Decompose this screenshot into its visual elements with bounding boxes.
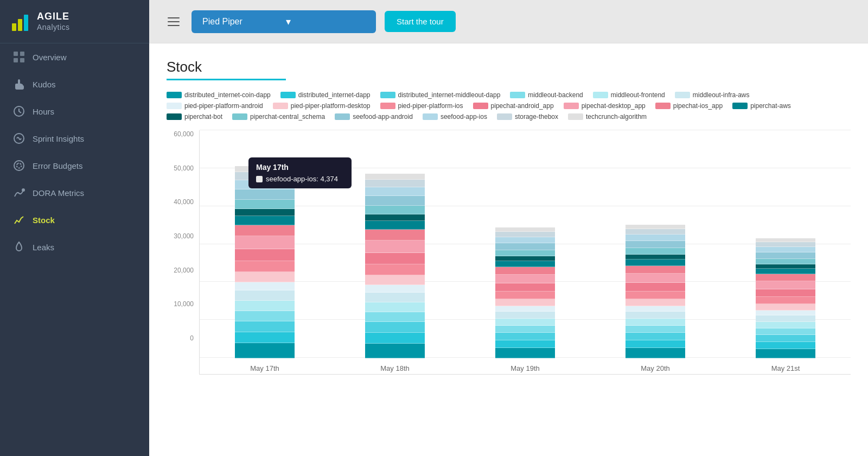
bar-segment [756, 247, 815, 252]
page-title: Stock [167, 59, 851, 75]
chevron-down-icon: ▾ [286, 16, 291, 28]
bar-segment [235, 225, 295, 236]
bar-stack[interactable] [626, 225, 685, 358]
bar-segment [626, 340, 685, 348]
sidebar-item-dora-metrics[interactable]: DORA Metrics [0, 179, 149, 206]
legend-item: pied-piper-platform-ios [380, 102, 463, 110]
legend-label: storage-thebox [515, 113, 558, 121]
bar-segment [495, 232, 555, 237]
legend-item: pipechat-ios_app [655, 102, 723, 110]
logo-icon [11, 11, 31, 32]
bar-group [200, 130, 330, 358]
bar-segment [756, 304, 815, 311]
bar-segment [756, 328, 815, 335]
x-axis-label: May 17th [200, 361, 330, 372]
bar-segment [495, 299, 555, 306]
bar-segment [495, 256, 555, 261]
bar-stack[interactable] [756, 238, 815, 358]
bar-segment [626, 248, 685, 255]
bar-segment [235, 172, 295, 180]
title-underline [167, 79, 286, 80]
y-axis: 010,00020,00030,00040,00050,00060,000 [167, 130, 199, 358]
legend-item: storage-thebox [497, 113, 558, 121]
legend-label: pied-piper-platform-desktop [291, 102, 371, 110]
legend-item: pied-piper-platform-android [167, 102, 263, 110]
dora-icon [13, 187, 25, 199]
legend-swatch [167, 92, 182, 98]
y-axis-label: 30,000 [167, 232, 199, 240]
leaks-icon [13, 241, 25, 253]
sidebar-item-overview[interactable]: Overview [0, 43, 149, 71]
bar-segment [365, 240, 425, 253]
legend-swatch [232, 113, 247, 120]
legend-label: middleout-backend [528, 91, 583, 99]
legend-item: seefood-app-android [335, 113, 413, 121]
legend-label: distributed_internet-coin-dapp [184, 91, 271, 99]
bar-segment [365, 312, 425, 322]
bar-segment [365, 333, 425, 344]
bar-segment [235, 189, 295, 200]
svg-rect-3 [14, 52, 18, 56]
bar-stack[interactable] [495, 227, 555, 358]
bar-segment [365, 293, 425, 302]
bar-segment [756, 238, 815, 242]
legend-label: distributed_internet-middleout-dapp [398, 91, 501, 99]
sidebar-item-stock[interactable]: Stock [0, 206, 149, 233]
bar-segment [756, 274, 815, 281]
legend-item: pied-piper-platform-desktop [273, 102, 371, 110]
project-dropdown[interactable]: Pied Piper ▾ [192, 10, 376, 33]
bar-segment [495, 306, 555, 312]
svg-rect-2 [24, 15, 28, 31]
bar-segment [756, 349, 815, 358]
bar-segment [495, 348, 555, 358]
bar-segment [495, 250, 555, 256]
legend-label: techcrunch-algorithm [586, 113, 647, 121]
bar-stack[interactable] [365, 174, 425, 358]
tour-button[interactable]: Start the tour [385, 11, 456, 32]
bar-segment [235, 249, 295, 261]
legend-item: techcrunch-algorithm [568, 113, 647, 121]
legend-label: piperchat-aws [750, 102, 791, 110]
bar-segment [365, 302, 425, 312]
chart-container: 010,00020,00030,00040,00050,00060,000 Ma… [167, 130, 851, 396]
sidebar-item-kudos[interactable]: Kudos [0, 71, 149, 98]
legend-label: pipechat-ios_app [673, 102, 723, 110]
menu-line3 [168, 25, 180, 26]
legend-label: pipechat-android_app [491, 102, 554, 110]
project-name: Pied Piper [202, 17, 242, 27]
menu-button[interactable] [164, 14, 183, 29]
bar-segment [626, 299, 685, 306]
bar-segment [235, 261, 295, 272]
sidebar-item-hours[interactable]: Hours [0, 98, 149, 125]
bar-segment [756, 297, 815, 304]
bar-segment [235, 166, 295, 172]
y-axis-label: 50,000 [167, 164, 199, 172]
legend-swatch [564, 103, 579, 109]
logo-line2: Analytics [37, 23, 70, 32]
sprint-icon [13, 132, 25, 144]
bar-segment [626, 292, 685, 299]
bar-segment [235, 290, 295, 301]
svg-rect-6 [20, 58, 24, 62]
bar-group [460, 130, 590, 358]
sidebar-item-error-budgets[interactable]: Error Budgets [0, 152, 149, 179]
menu-line1 [168, 17, 180, 18]
svg-rect-5 [14, 58, 18, 62]
bar-segment [626, 348, 685, 358]
bar-segment [365, 253, 425, 264]
bar-segment [495, 319, 555, 326]
legend-swatch [380, 92, 395, 98]
bar-segment [626, 229, 685, 235]
bar-segment [756, 289, 815, 297]
sidebar-item-sprint-insights[interactable]: Sprint Insights [0, 125, 149, 152]
error-icon [13, 160, 25, 172]
y-axis-label: 40,000 [167, 198, 199, 206]
sidebar-item-leaks[interactable]: Leaks [0, 233, 149, 261]
bar-stack[interactable] [235, 166, 295, 358]
legend-label: distributed_internet-dapp [298, 91, 371, 99]
grid-icon [13, 51, 25, 63]
logo-area: AGILE Analytics [0, 0, 149, 43]
bar-segment [495, 237, 555, 243]
bar-segment [365, 206, 425, 214]
bar-segment [235, 321, 295, 332]
